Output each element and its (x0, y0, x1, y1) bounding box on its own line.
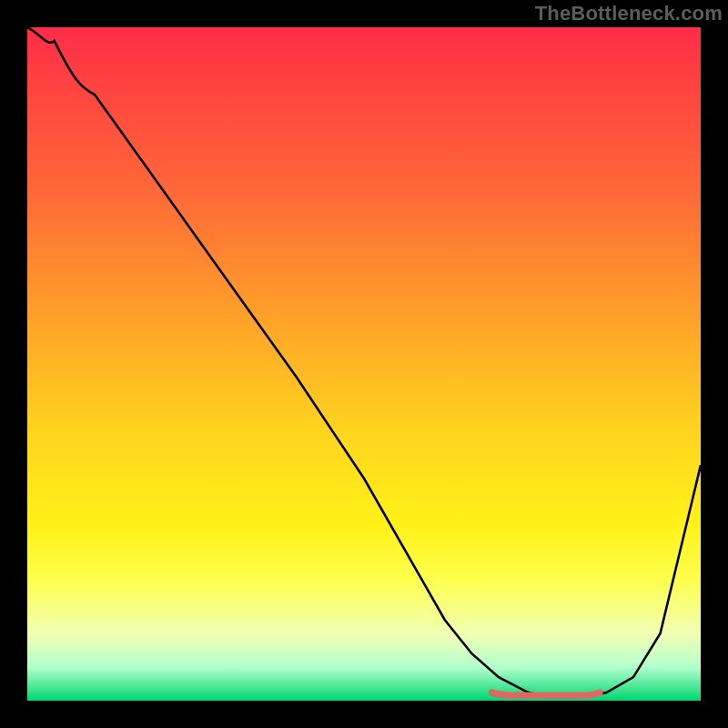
flat-zone-marker (492, 693, 600, 695)
bottleneck-curve (27, 27, 701, 696)
curve-layer (27, 27, 701, 701)
gradient-plot-area (27, 27, 701, 701)
chart-frame: TheBottleneck.com (0, 0, 728, 728)
watermark-text: TheBottleneck.com (535, 2, 723, 25)
